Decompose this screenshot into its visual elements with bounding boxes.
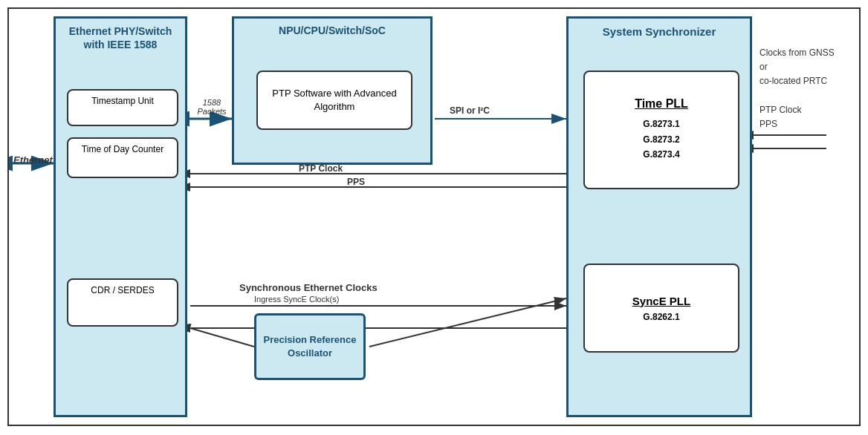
block-npu: NPU/CPU/Switch/SoC PTP Software with Adv… [232,16,433,165]
ingress-label: Ingress SyncE Clock(s) [254,295,339,304]
timestamp-label: Timestamp Unit [91,96,154,106]
npu-title: NPU/CPU/Switch/SoC [234,19,430,40]
time-pll-label: Time PLL [635,97,688,111]
ptp-clock-right: PTP Clock [760,103,835,117]
time-pll-standards: G.8273.1G.8273.2G.8273.4 [643,117,679,162]
synce-pll-box: SyncE PLL G.8262.1 [583,264,739,353]
clocks-from-gnss: Clocks from GNSS [760,46,835,60]
ptp-label: PTP Software with Advanced Algorithm [262,87,407,114]
block-sync: System Synchronizer Time PLL G.8273.1G.8… [566,16,752,417]
tod-label: Time of Day Counter [82,144,163,154]
co-located-label: co-located PRTC [760,74,835,88]
timestamp-box: Timestamp Unit [67,89,178,126]
synce-standard: G.8262.1 [643,312,679,322]
right-side-labels: Clocks from GNSS or co-located PRTC PTP … [760,46,835,131]
diagram-container: Ethernet PHY/Switch with IEEE 1588 Times… [0,0,868,435]
main-wrapper: Ethernet PHY/Switch with IEEE 1588 Times… [7,7,861,426]
pps-arrow-label: PPS [347,177,365,187]
ptp-clock-arrow-label: PTP Clock [299,163,343,174]
synce-clocks-label: Synchronous Ethernet Clocks [239,282,378,293]
ptp-sw-box: PTP Software with Advanced Algorithm [256,71,412,130]
tod-box: Time of Day Counter [67,137,178,178]
block-eth: Ethernet PHY/Switch with IEEE 1588 Times… [54,16,187,417]
time-pll-box: Time PLL G.8273.1G.8273.2G.8273.4 [583,71,739,189]
ethernet-label: Ethernet [13,154,53,166]
oscillator-title: Precision Reference Oscillator [256,333,363,360]
synce-pll-label: SyncE PLL [632,295,690,307]
cdr-label: CDR / SERDES [91,285,154,295]
cdr-box: CDR / SERDES [67,278,178,327]
packets-label: 1588 Packets [193,98,230,116]
sync-title: System Synchronizer [569,19,750,43]
eth-title: Ethernet PHY/Switch with IEEE 1588 [56,19,185,55]
spi-label: SPI or I²C [450,105,490,116]
or-label: or [760,60,835,74]
svg-line-12 [190,328,254,347]
svg-line-11 [369,298,566,347]
pps-right: PPS [760,117,835,131]
precision-oscillator-box: Precision Reference Oscillator [254,313,366,380]
